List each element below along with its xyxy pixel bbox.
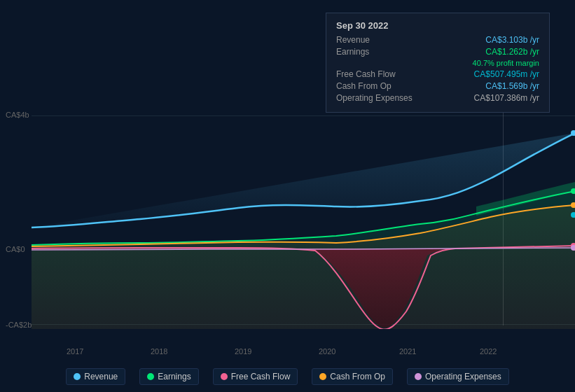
legend-fcf-label: Free Cash Flow [231, 372, 291, 382]
legend-cashfromop-dot [319, 373, 326, 380]
legend-opex-dot [415, 373, 422, 380]
tooltip-fcf-value: CA$507.495m /yr [474, 69, 539, 79]
tooltip-cashfromop: Cash From Op CA$1.569b /yr [336, 81, 539, 91]
legend-revenue[interactable]: Revenue [66, 368, 125, 385]
tooltip-revenue-label: Revenue [336, 35, 370, 45]
legend-cashfromop-label: Cash From Op [330, 372, 385, 382]
tooltip-earnings-label: Earnings [336, 47, 369, 57]
legend-fcf-dot [221, 373, 228, 380]
tooltip-cashfromop-value: CA$1.569b /yr [485, 81, 539, 91]
tooltip-date: Sep 30 2022 [336, 20, 539, 31]
x-label-2021: 2021 [399, 347, 416, 356]
tooltip-fcf: Free Cash Flow CA$507.495m /yr [336, 69, 539, 79]
tooltip-fcf-label: Free Cash Flow [336, 69, 396, 79]
chart-legend: Revenue Earnings Free Cash Flow Cash Fro… [0, 368, 575, 385]
x-label-2017: 2017 [67, 347, 83, 356]
tooltip-revenue-value: CA$3.103b /yr [485, 35, 539, 45]
tooltip-cashfromop-label: Cash From Op [336, 81, 392, 91]
tooltip-revenue: Revenue CA$3.103b /yr [336, 35, 539, 45]
tooltip-opex: Operating Expenses CA$107.386m /yr [336, 93, 539, 103]
x-label-2018: 2018 [151, 347, 167, 356]
legend-fcf[interactable]: Free Cash Flow [213, 368, 298, 385]
tooltip-opex-value: CA$107.386m /yr [474, 93, 539, 103]
tooltip-earnings: Earnings CA$1.262b /yr [336, 47, 539, 57]
x-label-2022: 2022 [480, 347, 497, 356]
data-tooltip: Sep 30 2022 Revenue CA$3.103b /yr Earnin… [326, 13, 550, 113]
legend-earnings-label: Earnings [158, 372, 190, 382]
legend-earnings-dot [147, 373, 154, 380]
legend-opex-label: Operating Expenses [425, 372, 501, 382]
legend-revenue-label: Revenue [84, 372, 118, 382]
chart-svg [0, 108, 575, 329]
legend-earnings[interactable]: Earnings [139, 368, 198, 385]
legend-opex[interactable]: Operating Expenses [407, 368, 509, 385]
tooltip-profit-text: 40.7% profit margin [473, 59, 539, 67]
legend-cashfromop[interactable]: Cash From Op [312, 368, 393, 385]
legend-revenue-dot [74, 373, 81, 380]
tooltip-profit-margin: 40.7% profit margin [336, 59, 539, 67]
x-label-2019: 2019 [235, 347, 251, 356]
x-label-2020: 2020 [319, 347, 335, 356]
tooltip-earnings-value: CA$1.262b /yr [485, 47, 539, 57]
tooltip-opex-label: Operating Expenses [336, 93, 413, 103]
